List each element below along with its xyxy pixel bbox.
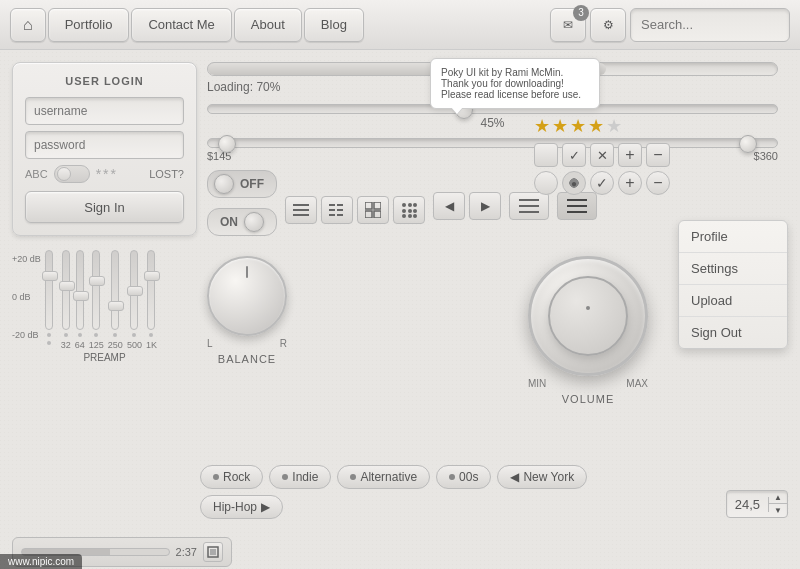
slider-range-track[interactable]	[207, 138, 778, 148]
checkbox-2[interactable]: ✓	[562, 143, 586, 167]
checkbox-1[interactable]	[534, 143, 558, 167]
tag-00s[interactable]: 00s	[436, 465, 491, 489]
tag-alternative[interactable]: Alternative	[337, 465, 430, 489]
eq-thumb-32[interactable]	[59, 281, 75, 291]
prev-icon: ◀	[445, 199, 454, 213]
svg-point-21	[413, 214, 417, 218]
eq-preamp-thumb[interactable]	[42, 271, 58, 281]
list2-view-btn[interactable]	[321, 196, 353, 224]
nav-portfolio-button[interactable]: Portfolio	[48, 8, 130, 42]
mail-button[interactable]: ✉ 3	[550, 8, 586, 42]
tags-section: Rock Indie Alternative 00s ◀New York Hip…	[200, 465, 670, 519]
eq-thumb-64[interactable]	[73, 291, 89, 301]
list-view-btn[interactable]	[285, 196, 317, 224]
balance-label: BALANCE	[207, 353, 287, 365]
volume-knob[interactable]	[528, 256, 648, 376]
username-input[interactable]	[25, 97, 184, 125]
radio-3[interactable]: ✓	[590, 171, 614, 195]
balance-section: L R BALANCE	[207, 256, 287, 365]
eq-bar-500: 500	[127, 250, 142, 350]
dropdown-profile[interactable]: Profile	[679, 221, 787, 253]
eq-bar-32: 32	[61, 250, 71, 350]
next-button[interactable]: ▶	[469, 192, 501, 220]
nav-home-button[interactable]: ⌂	[10, 8, 46, 42]
dropdown-upload[interactable]: Upload	[679, 285, 787, 317]
list-icon	[293, 202, 309, 218]
svg-rect-11	[365, 211, 372, 218]
svg-rect-26	[567, 205, 587, 207]
svg-point-19	[402, 214, 406, 218]
checkbox-3[interactable]: ✕	[590, 143, 614, 167]
settings-button[interactable]: ⚙	[590, 8, 626, 42]
button-minus-2[interactable]: −	[646, 171, 670, 195]
hamburger-menu-button[interactable]	[509, 192, 549, 220]
eq-freq-32: 32	[61, 340, 71, 350]
prev-button[interactable]: ◀	[433, 192, 465, 220]
dotgrid-view-btn[interactable]	[393, 196, 425, 224]
signin-button[interactable]: Sign In	[25, 191, 184, 223]
eq-bar-250: 250	[108, 250, 123, 350]
password-input[interactable]	[25, 131, 184, 159]
eq-thumb-1k[interactable]	[144, 271, 160, 281]
eq-slider-64[interactable]	[76, 250, 84, 330]
eq-freq-125: 125	[89, 340, 104, 350]
nav-blog-button[interactable]: Blog	[304, 8, 364, 42]
slider-range-thumb-right[interactable]	[739, 135, 757, 153]
slider-range-section: $145 $360	[207, 138, 778, 162]
toggle-on-button[interactable]: ON	[207, 208, 277, 236]
star-rating[interactable]: ★★★★★	[534, 115, 670, 137]
toggle-abc-label: ABC	[25, 168, 48, 180]
svg-rect-4	[337, 204, 343, 206]
lost-password-link[interactable]: LOST?	[149, 168, 184, 180]
svg-rect-22	[519, 199, 539, 201]
nav-about-button[interactable]: About	[234, 8, 302, 42]
toggle-off-button[interactable]: OFF	[207, 170, 277, 198]
eq-thumb-125[interactable]	[89, 276, 105, 286]
main-content: USER LOGIN ABC *** LOST? Sign In +20 dB …	[0, 50, 800, 569]
eq-slider-125[interactable]	[92, 250, 100, 330]
eq-slider-250[interactable]	[111, 250, 119, 330]
dropdown-settings[interactable]: Settings	[679, 253, 787, 285]
abc-toggle[interactable]	[54, 165, 90, 183]
eq-slider-500[interactable]	[130, 250, 138, 330]
button-plus-2[interactable]: +	[618, 171, 642, 195]
balance-right-label: R	[280, 338, 287, 349]
svg-rect-6	[337, 209, 343, 211]
button-minus-1[interactable]: −	[646, 143, 670, 167]
volume-section: MIN MAX VOLUME	[528, 256, 648, 405]
tag-rock[interactable]: Rock	[200, 465, 263, 489]
dropdown-signout[interactable]: Sign Out	[679, 317, 787, 348]
radio-1[interactable]	[534, 171, 558, 195]
spinbox-down[interactable]: ▼	[769, 504, 787, 517]
tag-newyork[interactable]: ◀New York	[497, 465, 587, 489]
player-time: 2:37	[176, 546, 197, 558]
tooltip-box: Poky UI kit by Rami McMin. Thank you for…	[430, 58, 600, 109]
grid-view-btn[interactable]	[357, 196, 389, 224]
tag-hiphop[interactable]: Hip-Hop▶	[200, 495, 283, 519]
toggle-on-label: ON	[220, 215, 238, 229]
rating-section: ★★★★★ ✓ ✕ + − ● ✓ + −	[534, 115, 670, 195]
eq-thumb-500[interactable]	[127, 286, 143, 296]
radio-row: ● ✓ + −	[534, 171, 670, 195]
player-expand-button[interactable]	[203, 542, 223, 562]
menu-active-button[interactable]	[557, 192, 597, 220]
svg-rect-23	[519, 205, 539, 207]
eq-slider-32[interactable]	[62, 250, 70, 330]
tag-indie[interactable]: Indie	[269, 465, 331, 489]
watermark-text: www.nipic.com	[8, 556, 74, 567]
svg-rect-1	[293, 209, 309, 211]
nav-contactme-button[interactable]: Contact Me	[131, 8, 231, 42]
button-plus-1[interactable]: +	[618, 143, 642, 167]
svg-rect-0	[293, 204, 309, 206]
radio-2[interactable]: ●	[562, 171, 586, 195]
balance-knob[interactable]	[207, 256, 287, 336]
search-input[interactable]	[630, 8, 790, 42]
svg-rect-8	[337, 214, 343, 216]
balance-left-label: L	[207, 338, 213, 349]
slider-range-thumb-left[interactable]	[218, 135, 236, 153]
eq-thumb-250[interactable]	[108, 301, 124, 311]
spinbox-up[interactable]: ▲	[769, 491, 787, 504]
balance-tick	[246, 266, 248, 278]
eq-preamp-slider[interactable]	[45, 250, 53, 330]
eq-slider-1k[interactable]	[147, 250, 155, 330]
